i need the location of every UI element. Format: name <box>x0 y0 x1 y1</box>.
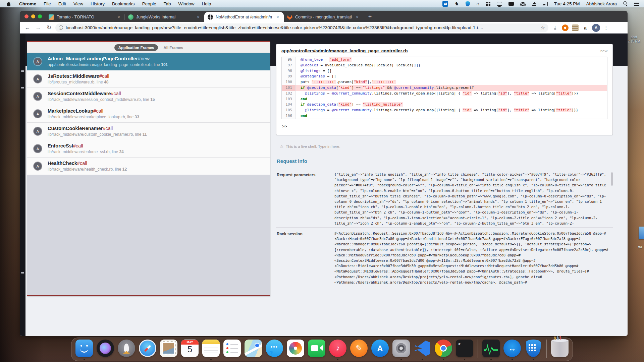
new-tab-button[interactable]: + <box>365 12 375 21</box>
zoom-window-button[interactable] <box>38 14 42 18</box>
dock-teamviewer-icon[interactable] <box>503 340 521 358</box>
grid-status-icon[interactable] <box>486 2 490 6</box>
stack-frame-row[interactable]: AJsRoutes::Middleware#calllib/jsroutes_m… <box>27 70 270 88</box>
tab-close-icon[interactable]: × <box>116 14 121 20</box>
dock-terminal-icon[interactable] <box>456 340 473 358</box>
launchpad-app-icon <box>118 340 135 357</box>
tab-application-frames[interactable]: Application Frames <box>114 44 158 51</box>
dock-system-preferences-icon[interactable] <box>392 340 410 358</box>
menu-item-people[interactable]: People <box>142 1 156 6</box>
dock-launchpad-icon[interactable] <box>118 340 135 358</box>
menu-clock[interactable]: Tue 4:25 PM <box>554 1 580 6</box>
shield-status-status-icon[interactable] <box>466 1 470 6</box>
frame-path: lib/rack_middleware/session_context_midd… <box>48 97 155 102</box>
dock-mail-icon[interactable] <box>160 340 177 358</box>
stack-frame-row[interactable]: ACustomCookieRenamer#calllib/rack_middle… <box>27 123 270 140</box>
chrome-menu-icon[interactable]: ⋮ <box>603 25 609 31</box>
dock-safari-icon[interactable] <box>139 340 156 358</box>
frame-method: #call <box>93 108 103 114</box>
teamviewer-status-icon[interactable]: ⇄ <box>442 1 448 7</box>
keyboard-status-icon[interactable] <box>508 2 514 6</box>
tab-close-icon[interactable]: × <box>355 14 360 20</box>
tab-all-frames[interactable]: All Frames <box>163 46 183 50</box>
site-info-icon[interactable]: i <box>59 25 63 30</box>
extension-icon-a[interactable]: a <box>582 24 589 31</box>
close-window-button[interactable] <box>24 14 29 18</box>
code-action-badge: new <box>600 49 607 53</box>
boar-status-icon[interactable]: ♞ <box>454 1 459 7</box>
code-line: 106end <box>282 113 607 119</box>
dock-pen-tool-icon[interactable] <box>350 340 368 358</box>
forward-icon[interactable]: → <box>34 23 43 32</box>
bookmark-star-icon[interactable]: ☆ <box>541 25 545 31</box>
dock-app-store-icon[interactable] <box>371 340 389 358</box>
dock-reminders-icon[interactable] <box>223 340 241 358</box>
menu-item-tab[interactable]: Tab <box>164 1 171 6</box>
dock-siri-icon[interactable] <box>97 340 114 358</box>
dock-calendar-icon[interactable]: MAY5 <box>181 340 199 358</box>
stack-frame-row[interactable]: AAdmin::ManageLandingPageController#newa… <box>27 53 270 70</box>
dock-notes-icon[interactable] <box>202 340 220 358</box>
dock-messages-icon[interactable] <box>266 340 283 358</box>
frame-avatar: A <box>33 74 42 83</box>
menu-item-history[interactable]: History <box>91 1 105 6</box>
dock-chrome-icon[interactable] <box>435 340 452 358</box>
extension-icon-orange[interactable] <box>562 24 569 31</box>
address-bar[interactable]: i localhost:3000/en/admin/manage_landing… <box>55 23 548 32</box>
dock-itunes-icon[interactable] <box>329 340 346 358</box>
code-line: 100puts '+++++++++',params["kind"],'++++… <box>282 79 607 85</box>
wifi-status-icon[interactable] <box>520 2 526 6</box>
menu-item-bookmarks[interactable]: Bookmarks <box>112 1 135 6</box>
dock-facetime-icon[interactable] <box>308 340 325 358</box>
notification-center-icon[interactable] <box>634 2 639 6</box>
browser-tab-2[interactable]: JungleWorks Internal× <box>125 12 204 22</box>
reload-icon[interactable]: ↻ <box>45 23 53 32</box>
desktop-file-label-2[interactable]: eg <box>636 245 644 248</box>
scrollbar-thumb[interactable] <box>611 172 613 186</box>
desktop-file-icon[interactable] <box>639 227 644 239</box>
tab-close-icon[interactable]: × <box>275 14 280 20</box>
download-extension-icon[interactable]: ⤓ <box>552 24 558 31</box>
stack-frame-row[interactable]: ASessionContextMiddleware#calllib/rack_m… <box>27 88 270 105</box>
divider <box>276 227 613 228</box>
minimize-window-button[interactable] <box>31 14 35 18</box>
stack-frame-row[interactable]: AHealthCheck#calllib/rack_middleware/hea… <box>27 158 270 175</box>
menu-item-window[interactable]: Window <box>178 1 194 6</box>
menu-item-file[interactable]: File <box>44 1 51 6</box>
url-text[interactable]: localhost:3000/en/admin/manage_landing_p… <box>66 25 538 30</box>
dock-vscode-icon[interactable] <box>414 340 431 358</box>
dock-trash-icon[interactable] <box>551 340 569 358</box>
frame-path: lib/rack_middleware/custom_cookie_rename… <box>48 132 147 137</box>
extension-icon-grid[interactable] <box>572 24 579 31</box>
repl-input[interactable]: >> <box>281 122 607 130</box>
dock-photos-icon[interactable] <box>287 340 304 358</box>
spotlight-icon[interactable] <box>623 1 628 6</box>
browser-tab-3[interactable]: NoMethodError at /en/admin/m× <box>204 12 284 22</box>
dock-finder-icon[interactable] <box>75 340 93 358</box>
browser-tab-1[interactable]: Tornato - TORNATO× <box>45 12 125 22</box>
stack-frame-row[interactable]: AEnforceSsl#calllib/rack_middleware/enfo… <box>27 140 270 158</box>
request-info-label: Request parameters <box>277 172 334 226</box>
frame-line-number: 48 <box>104 80 108 84</box>
menu-item-help[interactable]: Help <box>202 1 211 6</box>
dock-security-shield-icon[interactable] <box>525 340 542 358</box>
tornato-favicon <box>49 14 54 20</box>
code-line: 102 @listings = @current_community.listi… <box>282 91 607 97</box>
menu-item-edit[interactable]: Edit <box>58 1 66 6</box>
dock-maps-icon[interactable] <box>245 340 262 358</box>
incognito-status-icon[interactable]: ∩ <box>476 1 480 7</box>
browser-tab-4[interactable]: Commits · mongolian_translatio× <box>284 12 363 22</box>
dock-activity-monitor-icon[interactable] <box>482 340 500 358</box>
back-icon[interactable]: ← <box>23 23 32 32</box>
apple-menu-icon[interactable] <box>7 1 11 6</box>
stack-frame-row[interactable]: AMarketplaceLookup#calllib/rack_middlewa… <box>27 105 270 123</box>
menu-item-view[interactable]: View <box>73 1 83 6</box>
globe-favicon <box>208 14 213 20</box>
menu-user-name[interactable]: Abhishek Arora <box>586 1 617 6</box>
airplay-status-icon[interactable] <box>497 2 502 6</box>
menu-item-chrome[interactable]: Chrome <box>19 1 36 6</box>
profile-avatar[interactable]: A <box>592 24 600 32</box>
eject-status-icon[interactable] <box>532 2 536 6</box>
tab-close-icon[interactable]: × <box>196 14 201 20</box>
screenshot-status-icon[interactable] <box>543 2 548 6</box>
